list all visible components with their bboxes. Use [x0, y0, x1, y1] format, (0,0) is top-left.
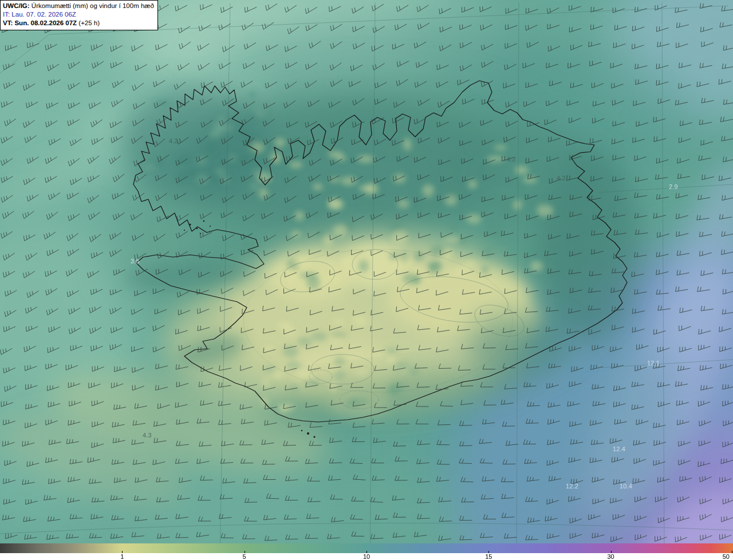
model-name: UWC/IG:	[3, 2, 30, 9]
colorbar-tick-label: 5	[243, 553, 246, 560]
colorbar-tick-label: 50	[723, 553, 730, 560]
title-text: Úrkomumætti (mm) og vindur í 100m hæð	[30, 2, 154, 9]
precipitation-wind-map	[0, 0, 733, 560]
colorbar-tick-label: 10	[363, 553, 370, 560]
colorbar-tick	[732, 551, 732, 553]
weather-map-stage: 4.24.24.22.93.54.312.112.412.210.4 UWC/I…	[0, 0, 733, 560]
valid-time-bold: VT: Sun. 08.02.2026 07Z	[3, 19, 77, 26]
init-time: IT: Lau. 07. 02. 2026 06Z	[3, 10, 154, 19]
valid-time: VT: Sun. 08.02.2026 07Z (+25 h)	[3, 19, 154, 27]
colorbar-tick-label: 15	[485, 553, 492, 560]
valid-time-offset: (+25 h)	[77, 19, 100, 26]
title-box: UWC/IG: Úrkomumætti (mm) og vindur í 100…	[0, 0, 158, 30]
colorbar: 1510153050	[0, 543, 733, 560]
colorbar-tick-label: 1	[120, 553, 124, 560]
colorbar-tick-label: 30	[607, 553, 614, 560]
map-title: UWC/IG: Úrkomumætti (mm) og vindur í 100…	[3, 2, 154, 10]
